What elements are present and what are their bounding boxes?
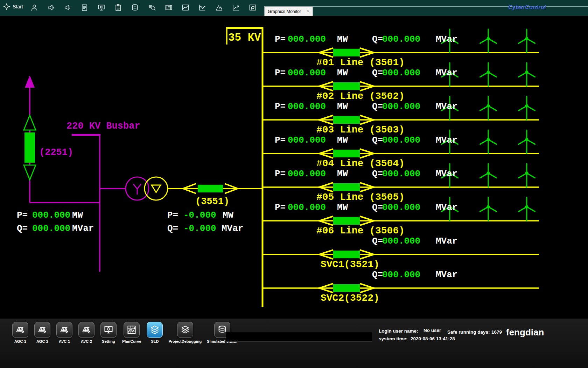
app-button[interactable] xyxy=(177,322,193,338)
feeder-label: #01 Line (3501) xyxy=(316,57,405,68)
toolbar-icon-group xyxy=(30,3,257,12)
p-label: P= xyxy=(275,68,286,78)
stack-icon xyxy=(180,325,190,335)
q-value: 000.000 xyxy=(382,169,420,179)
speaker-toolbar-button[interactable] xyxy=(63,3,72,12)
feeder-readings: P=000.000MWQ=000.000MVar xyxy=(0,101,588,114)
feeder-breaker[interactable] xyxy=(333,183,360,191)
speaker-icon xyxy=(64,4,72,12)
q-label: Q= xyxy=(372,135,383,145)
top-toolbar: Start Graphics Monitor × CyberControl xyxy=(0,0,588,16)
search-toolbar-button[interactable] xyxy=(147,3,156,12)
app-label: SLD xyxy=(151,339,159,343)
database-toolbar-button[interactable] xyxy=(131,3,140,12)
q-value: 000.000 xyxy=(382,101,420,112)
app-button[interactable] xyxy=(12,322,28,338)
solar-panel-icon xyxy=(59,325,70,335)
start-label: Start xyxy=(13,4,23,9)
q-value: 000.000 xyxy=(382,135,420,145)
app-label: Setting xyxy=(102,339,115,343)
app-button[interactable] xyxy=(147,322,163,338)
days-value: 1679 xyxy=(491,329,502,335)
user-toolbar-button[interactable] xyxy=(30,3,39,12)
trend-chart-toolbar-button[interactable] xyxy=(231,3,240,12)
app-avc-2[interactable]: AVC-2 xyxy=(78,322,95,343)
feeder-label: #03 Line (3503) xyxy=(316,124,405,135)
breaker-3551[interactable] xyxy=(198,185,223,192)
q-label: Q= xyxy=(372,202,383,213)
feeder-breaker[interactable] xyxy=(333,49,360,56)
feeder-breaker[interactable] xyxy=(333,251,360,258)
app-button[interactable] xyxy=(34,322,50,338)
app-button[interactable] xyxy=(56,322,72,338)
app-dock: AGC-1AGC-2AVC-1AVC-2SettingPlanCurveSLDP… xyxy=(12,322,237,343)
tab-graphics-monitor[interactable]: Graphics Monitor × xyxy=(264,7,313,16)
feeder-label: #04 Line (3504) xyxy=(316,158,405,169)
command-display[interactable] xyxy=(226,332,372,342)
feeder-readings: P=000.000MWQ=000.000MVar xyxy=(0,202,588,215)
p-label: P= xyxy=(275,34,286,45)
line-chart-icon xyxy=(181,4,190,12)
mvar-unit: MVar xyxy=(436,236,457,246)
mw-unit: MW xyxy=(337,135,348,145)
feeder-breaker[interactable] xyxy=(333,116,360,124)
feeder-readings: Q=000.000MVar xyxy=(0,270,588,282)
p-value: 000.000 xyxy=(288,202,326,213)
app-projectdebugging[interactable]: ProjectDebugging xyxy=(168,322,202,343)
mvar-unit: MVar xyxy=(436,68,457,78)
clipboard-toolbar-button[interactable] xyxy=(114,3,123,12)
busbar-220-label: 220 KV Busbar xyxy=(66,121,140,131)
feeder-readings: P=000.000MWQ=000.000MVar xyxy=(0,135,588,148)
megaphone-toolbar-button[interactable] xyxy=(47,3,56,12)
mvar-unit: MVar xyxy=(436,101,457,112)
id-card-icon xyxy=(164,4,173,12)
app-agc-2[interactable]: AGC-2 xyxy=(34,322,51,343)
mw-unit: MW xyxy=(337,101,348,112)
app-button[interactable] xyxy=(100,322,117,338)
line-chart-toolbar-button[interactable] xyxy=(181,3,190,12)
tab-close-icon[interactable]: × xyxy=(307,9,309,14)
report-toolbar-button[interactable] xyxy=(80,3,89,12)
q-label: Q= xyxy=(372,34,383,45)
tab-label: Graphics Monitor xyxy=(268,9,301,14)
app-avc-1[interactable]: AVC-1 xyxy=(56,322,73,343)
app-setting[interactable]: Setting xyxy=(100,322,117,343)
q-value: 000.000 xyxy=(382,270,420,280)
mw-unit: MW xyxy=(337,68,348,78)
q-value: 000.000 xyxy=(382,68,420,78)
refresh-chart-toolbar-button[interactable] xyxy=(248,3,257,12)
display-toolbar-button[interactable] xyxy=(97,3,106,12)
refresh-chart-icon xyxy=(248,4,257,12)
start-button[interactable]: Start xyxy=(3,3,23,11)
q-label: Q= xyxy=(372,236,383,246)
app-sld[interactable]: SLD xyxy=(146,322,163,343)
app-button[interactable] xyxy=(124,322,140,338)
feeder-breaker[interactable] xyxy=(333,150,360,157)
solar-panel-icon xyxy=(37,325,48,335)
feeder-breaker[interactable] xyxy=(333,284,360,292)
mountain-chart-toolbar-button[interactable] xyxy=(215,3,224,12)
q-label: Q= xyxy=(372,68,383,78)
start-icon xyxy=(3,3,10,11)
q-value: 000.000 xyxy=(382,236,420,246)
mvar-unit: MVar xyxy=(436,34,457,45)
id-card-toolbar-button[interactable] xyxy=(164,3,173,12)
app-label: AGC-2 xyxy=(36,339,48,343)
feeder-label: SVC2(3522) xyxy=(321,293,379,304)
clipboard-icon xyxy=(114,4,122,12)
app-agc-1[interactable]: AGC-1 xyxy=(12,322,29,343)
solar-panel-icon xyxy=(15,325,26,335)
feeder-breaker[interactable] xyxy=(333,82,360,90)
feeder-readings: P=000.000MWQ=000.000MVar xyxy=(0,68,588,80)
p-value: 000.000 xyxy=(288,169,326,179)
p-value: 000.000 xyxy=(288,68,326,78)
app-label: PlanCurve xyxy=(122,339,141,343)
wave-chart-toolbar-button[interactable] xyxy=(198,3,207,12)
feeder-breaker[interactable] xyxy=(333,217,360,225)
database-icon xyxy=(131,4,139,12)
time-label: system time: xyxy=(379,336,408,341)
breaker-2251-label: (2251) xyxy=(39,147,73,158)
app-button[interactable] xyxy=(78,322,94,338)
app-plancurve[interactable]: PlanCurve xyxy=(122,322,141,343)
q-value: 000.000 xyxy=(382,34,420,45)
